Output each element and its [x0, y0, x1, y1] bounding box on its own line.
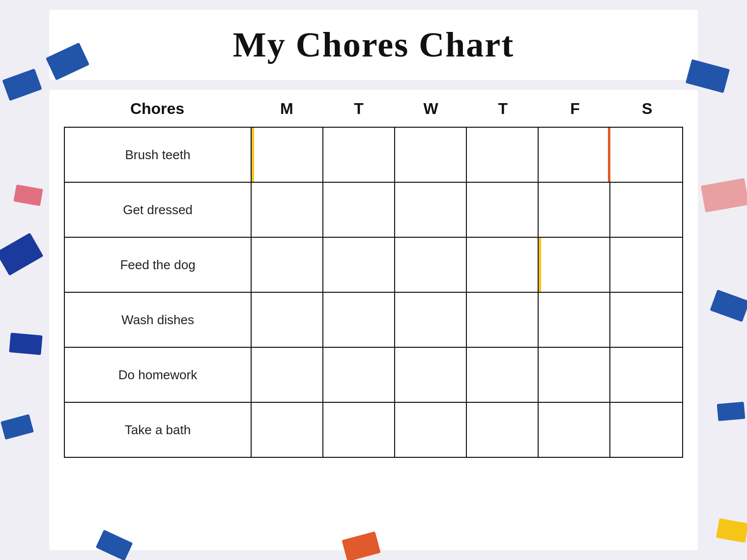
day-cell[interactable]	[539, 128, 610, 182]
chore-label: Wash dishes	[65, 293, 252, 347]
confetti-decoration	[9, 333, 42, 355]
day-cell[interactable]	[395, 128, 467, 182]
day-cell[interactable]	[252, 238, 323, 292]
chore-label: Feed the dog	[65, 238, 252, 292]
day-cell[interactable]	[539, 403, 610, 457]
day-cell[interactable]	[252, 183, 323, 237]
day-cell[interactable]	[323, 348, 395, 402]
day-cell[interactable]	[539, 183, 610, 237]
day-cell[interactable]	[610, 348, 682, 402]
main-container: My Chores Chart Chores M T W T F S Brush…	[49, 10, 698, 550]
chart-header: Chores M T W T F S	[64, 100, 683, 123]
day-cell[interactable]	[323, 128, 395, 182]
confetti-decoration	[13, 184, 43, 206]
table-row: Take a bath	[64, 402, 683, 458]
day-cell[interactable]	[395, 293, 467, 347]
day-cell[interactable]	[610, 403, 682, 457]
chore-label: Brush teeth	[65, 128, 252, 182]
day-cell[interactable]	[395, 238, 467, 292]
day-cell[interactable]	[467, 128, 539, 182]
day-header-T2: T	[467, 100, 539, 118]
day-cell[interactable]	[610, 238, 682, 292]
confetti-decoration	[0, 233, 43, 276]
day-cell[interactable]	[467, 238, 539, 292]
chart-area: Chores M T W T F S Brush teeth Get dress…	[49, 90, 698, 550]
day-header-M: M	[251, 100, 323, 118]
chart-grid: Brush teeth Get dressed Feed the d	[64, 127, 683, 458]
day-cell[interactable]	[252, 403, 323, 457]
day-cell[interactable]	[467, 293, 539, 347]
day-cell[interactable]	[610, 128, 682, 182]
day-header-T: T	[323, 100, 395, 118]
chore-label: Do homework	[65, 348, 252, 402]
day-cell[interactable]	[252, 348, 323, 402]
day-cell[interactable]	[395, 183, 467, 237]
day-cell[interactable]	[539, 348, 610, 402]
table-row: Get dressed	[64, 182, 683, 237]
table-row: Do homework	[64, 347, 683, 402]
day-cell[interactable]	[395, 403, 467, 457]
page-title: My Chores Chart	[59, 25, 688, 65]
confetti-decoration	[0, 414, 34, 440]
confetti-decoration	[710, 289, 747, 322]
day-cell[interactable]	[252, 293, 323, 347]
day-cell[interactable]	[610, 183, 682, 237]
day-cell[interactable]	[323, 183, 395, 237]
day-cell[interactable]	[467, 348, 539, 402]
day-cell[interactable]	[539, 238, 610, 292]
chores-column-header: Chores	[64, 100, 251, 118]
day-cell[interactable]	[610, 293, 682, 347]
confetti-decoration	[716, 518, 747, 543]
day-cell[interactable]	[323, 293, 395, 347]
day-header-W: W	[395, 100, 467, 118]
confetti-decoration	[2, 68, 42, 101]
day-cell[interactable]	[395, 348, 467, 402]
confetti-decoration	[701, 178, 747, 213]
chore-label: Take a bath	[65, 403, 252, 457]
day-cell[interactable]	[467, 183, 539, 237]
day-cell[interactable]	[252, 128, 323, 182]
table-row: Wash dishes	[64, 292, 683, 347]
day-cell[interactable]	[467, 403, 539, 457]
confetti-decoration	[717, 402, 746, 421]
day-header-F: F	[539, 100, 611, 118]
title-bar: My Chores Chart	[49, 10, 698, 80]
day-header-S: S	[611, 100, 683, 118]
table-row: Brush teeth	[64, 127, 683, 182]
day-cell[interactable]	[323, 238, 395, 292]
table-row: Feed the dog	[64, 237, 683, 292]
day-cell[interactable]	[323, 403, 395, 457]
chore-label: Get dressed	[65, 183, 252, 237]
day-cell[interactable]	[539, 293, 610, 347]
